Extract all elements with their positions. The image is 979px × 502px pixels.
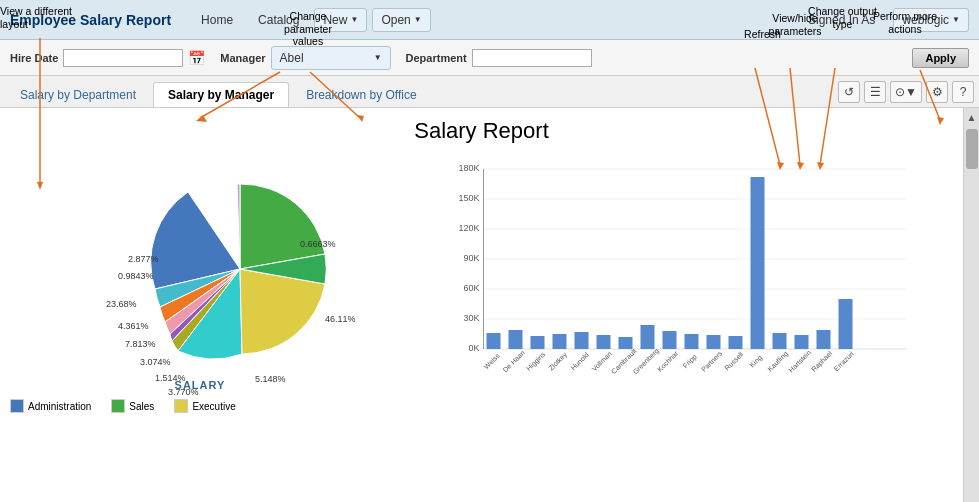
svg-rect-30 bbox=[663, 331, 677, 349]
svg-text:Kaufling: Kaufling bbox=[766, 350, 790, 374]
pie-container: 0.6663% 46.11% 5.148% 3.770% 1.514% 3.07… bbox=[10, 159, 390, 379]
svg-text:Russell: Russell bbox=[723, 350, 744, 371]
hire-date-group: Hire Date 📅 bbox=[10, 49, 205, 67]
pie-chart-area: 0.6663% 46.11% 5.148% 3.770% 1.514% 3.07… bbox=[10, 159, 390, 413]
pct-label-5: 1.514% bbox=[155, 373, 186, 383]
svg-rect-32 bbox=[685, 334, 699, 349]
username: weblogic bbox=[902, 13, 949, 27]
open-label: Open bbox=[381, 13, 410, 27]
scrollbar[interactable]: ▲ bbox=[963, 108, 979, 502]
department-group: Department bbox=[406, 49, 592, 67]
svg-text:Partners: Partners bbox=[700, 349, 724, 373]
manager-group: Manager Abel ▼ bbox=[220, 46, 390, 70]
open-caret-icon: ▼ bbox=[414, 15, 422, 24]
scrollbar-thumb[interactable] bbox=[966, 129, 978, 169]
svg-rect-22 bbox=[575, 332, 589, 349]
refresh-button[interactable]: ↺ bbox=[838, 81, 860, 103]
svg-rect-20 bbox=[553, 334, 567, 349]
tabs-bar: Salary by Department Salary by Manager B… bbox=[0, 76, 979, 108]
svg-text:Hunold: Hunold bbox=[569, 351, 590, 372]
main-content: Salary Report 0.6663% 46.11% 5.148% 3.77… bbox=[0, 108, 979, 502]
tab-salary-department[interactable]: Salary by Department bbox=[5, 82, 151, 107]
pct-label-9: 23.68% bbox=[106, 299, 137, 309]
svg-text:De Haan: De Haan bbox=[501, 349, 526, 374]
bar-chart-area: 180K 150K 120K 90K 60K 30K 0K bbox=[410, 159, 953, 379]
pie-chart-title: SALARY bbox=[10, 379, 390, 391]
calendar-icon[interactable]: 📅 bbox=[188, 50, 205, 66]
svg-rect-18 bbox=[531, 336, 545, 349]
bar-svg: 180K 150K 120K 90K 60K 30K 0K bbox=[410, 159, 953, 379]
svg-rect-38 bbox=[751, 177, 765, 349]
svg-rect-28 bbox=[641, 325, 655, 349]
nav-links: Home Catalog New ▼ Open ▼ bbox=[191, 8, 798, 32]
tab-breakdown-office[interactable]: Breakdown by Office bbox=[291, 82, 432, 107]
apply-button[interactable]: Apply bbox=[912, 48, 969, 68]
svg-rect-34 bbox=[707, 335, 721, 349]
pct-label-4: 3.770% bbox=[168, 387, 199, 397]
pct-label-1: 0.6663% bbox=[300, 239, 336, 249]
department-input[interactable] bbox=[472, 49, 592, 67]
svg-text:King: King bbox=[748, 354, 764, 370]
user-dropdown[interactable]: weblogic ▼ bbox=[893, 8, 969, 32]
svg-rect-26 bbox=[619, 337, 633, 349]
change-output-button[interactable]: ⊙▼ bbox=[890, 81, 922, 103]
svg-rect-40 bbox=[773, 333, 787, 349]
legend-sales: Sales bbox=[111, 399, 154, 413]
pie-svg bbox=[10, 159, 390, 379]
view-hide-params-button[interactable]: ☰ bbox=[864, 81, 886, 103]
pct-label-6: 3.074% bbox=[140, 357, 171, 367]
svg-text:Hartstein: Hartstein bbox=[787, 349, 812, 374]
svg-text:Fripp: Fripp bbox=[682, 353, 699, 370]
report-area: Salary Report 0.6663% 46.11% 5.148% 3.77… bbox=[0, 108, 963, 502]
department-label: Department bbox=[406, 52, 467, 64]
new-dropdown[interactable]: New ▼ bbox=[314, 8, 367, 32]
tabs-right-icons: ↺ ☰ ⊙▼ ⚙ ? bbox=[838, 81, 974, 107]
svg-text:90K: 90K bbox=[463, 253, 479, 263]
svg-text:Higgins: Higgins bbox=[525, 350, 548, 373]
tab-salary-manager[interactable]: Salary by Manager bbox=[153, 82, 289, 107]
legend-executive: Executive bbox=[174, 399, 235, 413]
legend-color-admin bbox=[10, 399, 24, 413]
catalog-link[interactable]: Catalog bbox=[248, 9, 309, 31]
manager-caret-icon: ▼ bbox=[374, 53, 382, 62]
open-dropdown[interactable]: Open ▼ bbox=[372, 8, 430, 32]
manager-dropdown[interactable]: Abel ▼ bbox=[271, 46, 391, 70]
help-button[interactable]: ? bbox=[952, 81, 974, 103]
param-bar: Hire Date 📅 Manager Abel ▼ Department Ap… bbox=[0, 40, 979, 76]
svg-text:180K: 180K bbox=[458, 163, 479, 173]
svg-text:150K: 150K bbox=[458, 193, 479, 203]
bar-chart-container: 180K 150K 120K 90K 60K 30K 0K bbox=[410, 159, 953, 379]
svg-rect-24 bbox=[597, 335, 611, 349]
settings-button[interactable]: ⚙ bbox=[926, 81, 948, 103]
svg-text:Errazuri: Errazuri bbox=[833, 350, 856, 373]
svg-text:Zlotkey: Zlotkey bbox=[547, 350, 569, 372]
pct-label-11: 2.877% bbox=[128, 254, 159, 264]
svg-rect-46 bbox=[839, 299, 853, 349]
charts-row: 0.6663% 46.11% 5.148% 3.770% 1.514% 3.07… bbox=[10, 159, 953, 413]
svg-rect-42 bbox=[795, 335, 809, 349]
user-caret-icon: ▼ bbox=[952, 15, 960, 24]
legend-color-sales bbox=[111, 399, 125, 413]
pct-label-2: 46.11% bbox=[325, 314, 356, 324]
legend-label-sales: Sales bbox=[129, 401, 154, 412]
hire-date-input[interactable] bbox=[63, 49, 183, 67]
home-link[interactable]: Home bbox=[191, 9, 243, 31]
svg-text:Weiss: Weiss bbox=[483, 352, 502, 371]
nav-right: Signed In As weblogic ▼ bbox=[798, 8, 969, 32]
svg-rect-36 bbox=[729, 336, 743, 349]
legend-administration: Administration bbox=[10, 399, 91, 413]
manager-label: Manager bbox=[220, 52, 265, 64]
pct-label-10: 0.9843% bbox=[118, 271, 154, 281]
svg-text:30K: 30K bbox=[463, 313, 479, 323]
pct-label-8: 4.361% bbox=[118, 321, 149, 331]
signed-in-label: Signed In As bbox=[798, 9, 885, 31]
svg-text:Kochhar: Kochhar bbox=[656, 349, 680, 373]
pct-label-7: 7.813% bbox=[125, 339, 156, 349]
legend-label-admin: Administration bbox=[28, 401, 91, 412]
new-caret-icon: ▼ bbox=[350, 15, 358, 24]
svg-rect-14 bbox=[487, 333, 501, 349]
nav-bar: Employee Salary Report Home Catalog New … bbox=[0, 0, 979, 40]
manager-value: Abel bbox=[280, 51, 371, 65]
scroll-up-arrow[interactable]: ▲ bbox=[965, 110, 979, 125]
svg-rect-44 bbox=[817, 330, 831, 349]
